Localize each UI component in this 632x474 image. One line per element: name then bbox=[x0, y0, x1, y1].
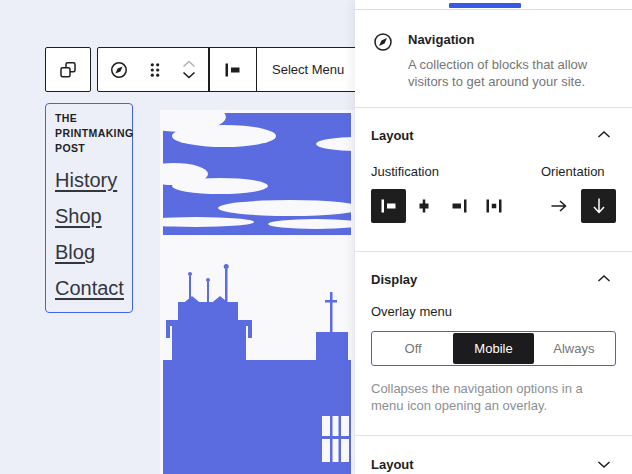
layout-panel-title: Layout bbox=[371, 128, 414, 143]
layout-panel-body: Justification bbox=[355, 156, 632, 251]
justification-label: Justification bbox=[371, 164, 511, 179]
overlay-menu-label: Overlay menu bbox=[371, 304, 616, 319]
editor-canvas: Select Menu THE PRINTMAKING POST History… bbox=[0, 0, 355, 474]
justify-space-between-button[interactable] bbox=[476, 189, 511, 223]
overlay-mobile-option[interactable]: Mobile bbox=[453, 333, 533, 364]
display-panel: Display Overlay menu Off Mobile Always C… bbox=[355, 252, 632, 436]
move-up-icon[interactable] bbox=[179, 58, 199, 69]
justify-left-icon bbox=[221, 58, 245, 82]
move-down-icon[interactable] bbox=[179, 70, 199, 81]
site-title-line: PRINTMAKING bbox=[55, 126, 128, 141]
orientation-control: Orientation bbox=[541, 164, 616, 223]
select-parent-icon bbox=[56, 58, 80, 82]
nav-link-shop[interactable]: Shop bbox=[55, 205, 128, 228]
justify-right-icon bbox=[447, 194, 471, 218]
active-tab-indicator bbox=[449, 3, 521, 8]
drag-handle[interactable] bbox=[140, 48, 170, 91]
justify-space-between-icon bbox=[482, 194, 506, 218]
navigation-block-icon bbox=[107, 58, 131, 82]
chevron-up-icon bbox=[592, 267, 616, 291]
bottom-layout-panel: Layout bbox=[355, 436, 632, 474]
overlay-off-option[interactable]: Off bbox=[373, 333, 453, 364]
display-panel-header[interactable]: Display bbox=[355, 252, 632, 300]
select-menu-label: Select Menu bbox=[272, 62, 344, 77]
display-panel-body: Overlay menu Off Mobile Always Collapses… bbox=[355, 300, 632, 435]
nav-link-list: History Shop Blog Contact bbox=[55, 169, 128, 300]
display-panel-title: Display bbox=[371, 272, 417, 287]
navigation-block-selected[interactable]: THE PRINTMAKING POST History Shop Blog C… bbox=[45, 103, 133, 313]
block-card-text: Navigation A collection of blocks that a… bbox=[408, 30, 616, 90]
navigation-block-button[interactable] bbox=[98, 48, 140, 91]
block-card-description: A collection of blocks that allow visito… bbox=[408, 56, 616, 90]
justification-options bbox=[371, 189, 511, 223]
orientation-horizontal-button[interactable] bbox=[541, 189, 576, 223]
layout-panel-header[interactable]: Layout bbox=[355, 108, 632, 156]
justify-right-button[interactable] bbox=[441, 189, 476, 223]
bottom-layout-panel-header[interactable]: Layout bbox=[355, 436, 632, 474]
overlay-always-option[interactable]: Always bbox=[534, 333, 614, 364]
overlay-menu-help-text: Collapses the navigation options in a me… bbox=[371, 380, 616, 414]
justification-toolbar-button[interactable] bbox=[210, 48, 256, 91]
sidebar-tabs-strip bbox=[355, 0, 632, 10]
nav-link-history[interactable]: History bbox=[55, 169, 128, 192]
justification-control: Justification bbox=[371, 164, 511, 223]
orientation-options bbox=[541, 189, 616, 223]
orientation-label: Orientation bbox=[541, 164, 616, 179]
nav-link-contact[interactable]: Contact bbox=[55, 277, 128, 300]
justify-left-button[interactable] bbox=[371, 189, 406, 223]
select-menu-button[interactable]: Select Menu bbox=[257, 48, 368, 91]
block-card: Navigation A collection of blocks that a… bbox=[355, 10, 632, 108]
site-preview-illustration bbox=[160, 110, 354, 474]
orientation-vertical-button[interactable] bbox=[581, 189, 616, 223]
arrow-down-icon bbox=[587, 194, 611, 218]
block-settings-sidebar: Navigation A collection of blocks that a… bbox=[355, 0, 632, 474]
layout-panel: Layout Justification bbox=[355, 108, 632, 252]
justify-center-button[interactable] bbox=[406, 189, 441, 223]
site-title-line: POST bbox=[55, 141, 128, 156]
block-mover bbox=[170, 48, 208, 91]
nav-link-blog[interactable]: Blog bbox=[55, 241, 128, 264]
overlay-menu-toggle-group: Off Mobile Always bbox=[371, 331, 616, 366]
navigation-block-icon bbox=[371, 30, 395, 54]
site-title: THE PRINTMAKING POST bbox=[55, 111, 128, 156]
block-toolbar-parent-group bbox=[45, 47, 91, 92]
bottom-layout-panel-title: Layout bbox=[371, 457, 414, 472]
site-title-line: THE bbox=[55, 111, 128, 126]
chevron-up-icon bbox=[592, 123, 616, 147]
block-toolbar: Select Menu bbox=[97, 47, 369, 92]
arrow-right-icon bbox=[547, 194, 571, 218]
select-parent-button[interactable] bbox=[46, 48, 90, 91]
block-card-title: Navigation bbox=[408, 30, 616, 47]
justify-left-icon bbox=[377, 194, 401, 218]
justify-center-icon bbox=[412, 194, 436, 218]
chevron-down-icon bbox=[592, 452, 616, 474]
drag-handle-icon bbox=[143, 58, 167, 82]
